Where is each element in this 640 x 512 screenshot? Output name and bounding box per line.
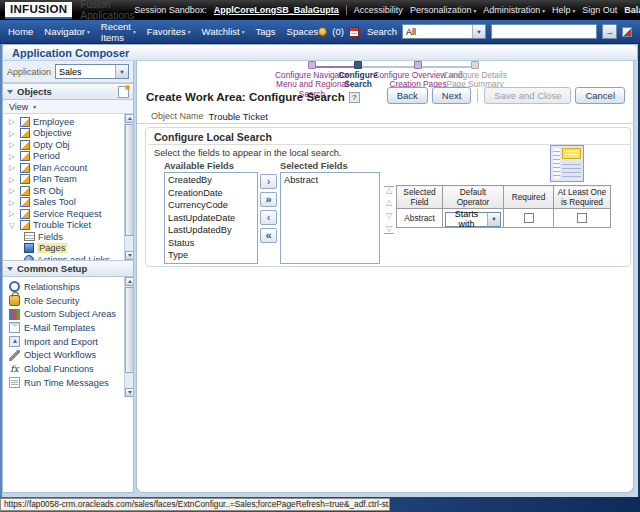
list-item[interactable]: Abstract [281, 174, 379, 187]
expand-icon[interactable]: ▷ [9, 163, 17, 172]
search-go-button[interactable]: → [602, 24, 617, 39]
common-setup-run-time-messages[interactable]: Run Time Messages [3, 376, 133, 390]
tree-item-sales-tool[interactable]: ▷Sales Tool [3, 197, 133, 209]
common-setup-custom-subject-areas[interactable]: Custom Subject Areas [3, 307, 133, 321]
search-input[interactable] [491, 24, 597, 39]
help-menu[interactable]: Help▾ [552, 5, 575, 15]
common-setup-scrollbar[interactable] [124, 277, 133, 397]
list-item[interactable]: CurrencyCode [165, 199, 257, 212]
nav-watchlist[interactable]: Watchlist▾ [202, 26, 245, 37]
common-setup-global-functions[interactable]: fxGlobal Functions [3, 362, 133, 376]
collapse-icon[interactable]: ▽ [9, 221, 17, 230]
tree-item-period[interactable]: ▷Period [3, 151, 133, 163]
scrollbar-thumb[interactable] [125, 124, 133, 236]
search-scope-select[interactable]: All ▼ [402, 24, 486, 39]
move-to-top-button[interactable]: △ [384, 186, 394, 195]
session-sandbox-label: Session Sandbox: [134, 5, 207, 15]
required-checkbox[interactable] [524, 213, 534, 223]
scrollbar-thumb[interactable] [125, 287, 133, 373]
common-setup-panel-header[interactable]: Common Setup [3, 260, 133, 277]
help-icon[interactable]: ? [349, 92, 360, 103]
column-header: Default Operator [443, 186, 504, 209]
expand-icon[interactable]: ▷ [9, 117, 17, 126]
tree-item-employee[interactable]: ▷Employee [3, 116, 133, 128]
tree-item-plan-account[interactable]: ▷Plan Account [3, 162, 133, 174]
selected-fields-listbox[interactable]: Abstract [280, 172, 380, 264]
remove-all-button[interactable]: « [260, 228, 277, 243]
list-item[interactable]: LastUpdatedBy [165, 224, 257, 237]
nav-spaces[interactable]: Spaces [287, 26, 319, 37]
expand-icon[interactable]: ▷ [9, 140, 17, 149]
tree-item-service-request[interactable]: ▷Service Request [3, 208, 133, 220]
list-item[interactable]: CreatedBy [165, 174, 257, 187]
list-item[interactable]: LastUpdateDate [165, 212, 257, 225]
view-menu[interactable]: View ▾ [3, 100, 133, 114]
expand-icon[interactable]: ▷ [9, 186, 17, 195]
list-item[interactable]: CreationDate [165, 187, 257, 200]
nav-favorites[interactable]: Favorites▾ [147, 26, 191, 37]
expand-icon[interactable]: ▷ [9, 198, 17, 207]
tree-item-sr-obj[interactable]: ▷SR Obj [3, 185, 133, 197]
chevron-down-icon: ▾ [188, 29, 191, 35]
search-label: Search [367, 26, 397, 37]
move-selected-button[interactable]: › [260, 174, 277, 189]
common-setup-object-workflows[interactable]: Object Workflows [3, 348, 133, 362]
application-select[interactable]: Sales ▼ [55, 64, 129, 79]
tree-item-actions-and-links[interactable]: Actions and Links [3, 254, 133, 260]
back-button[interactable]: Back [387, 87, 428, 104]
move-to-bottom-button[interactable]: ▽ [384, 225, 394, 234]
thumbnail-grid [562, 161, 581, 179]
next-button[interactable]: Next [432, 87, 472, 104]
move-down-button[interactable]: ▽ [384, 212, 394, 220]
common-setup-relationships[interactable]: Relationships [3, 280, 133, 294]
tree-scrollbar[interactable] [124, 114, 133, 260]
nav-tags[interactable]: Tags [256, 26, 276, 37]
tree-item-pages[interactable]: Pages [3, 243, 133, 255]
notifications-bell-icon[interactable] [318, 27, 327, 36]
scroll-down-button[interactable] [125, 388, 133, 397]
calendar-icon[interactable] [349, 27, 359, 37]
accessibility-link[interactable]: Accessibility [354, 5, 403, 15]
list-item[interactable]: Type [165, 249, 257, 262]
save-and-close-button: Save and Close [484, 87, 571, 104]
common-setup-import-export[interactable]: Import and Export [3, 335, 133, 349]
envelope-icon [9, 322, 20, 333]
session-sandbox-link[interactable]: ApplCoreLongSB_BalaGupta [214, 5, 339, 15]
cancel-button[interactable]: Cancel [575, 87, 625, 104]
scroll-down-button[interactable] [125, 251, 133, 260]
nav-navigator[interactable]: Navigator▾ [44, 26, 89, 37]
tree-item-fields[interactable]: Fields [3, 231, 133, 243]
collapse-icon[interactable] [7, 90, 13, 94]
scroll-up-button[interactable] [125, 277, 133, 286]
new-object-icon[interactable] [118, 86, 129, 98]
tree-item-plan-team[interactable]: ▷Plan Team [3, 174, 133, 186]
common-setup-email-templates[interactable]: E-Mail Templates [3, 321, 133, 335]
tree-item-opty-obj[interactable]: ▷Opty Obj [3, 139, 133, 151]
expand-icon[interactable]: ▷ [9, 209, 17, 218]
objects-panel-header[interactable]: Objects [3, 83, 133, 100]
nav-home[interactable]: Home [8, 26, 33, 37]
move-all-button[interactable]: » [260, 192, 277, 207]
advanced-search-icon[interactable] [622, 27, 632, 37]
common-setup-role-security[interactable]: Role Security [3, 294, 133, 308]
nav-recent-items[interactable]: Recent Items▾ [101, 21, 136, 43]
available-fields-listbox[interactable]: CreatedBy CreationDate CurrencyCode Last… [164, 172, 258, 264]
list-item[interactable]: Status [165, 237, 257, 250]
object-icon [20, 151, 30, 161]
object-icon [20, 220, 30, 230]
tree-item-trouble-ticket[interactable]: ▽Trouble Ticket [3, 220, 133, 232]
main-navbar: Home Navigator▾ Recent Items▾ Favorites▾… [0, 20, 640, 44]
collapse-icon[interactable] [7, 267, 13, 271]
at-least-one-required-checkbox[interactable] [577, 213, 587, 223]
personalization-menu[interactable]: Personalization▾ [410, 5, 476, 15]
remove-selected-button[interactable]: ‹ [260, 210, 277, 225]
scroll-up-button[interactable] [125, 114, 133, 123]
administration-menu[interactable]: Administration▾ [483, 5, 545, 15]
expand-icon[interactable]: ▷ [9, 175, 17, 184]
default-operator-select[interactable]: Starts with ▼ [445, 212, 501, 227]
expand-icon[interactable]: ▷ [9, 152, 17, 161]
sign-out-link[interactable]: Sign Out [582, 5, 617, 15]
tree-item-objective[interactable]: ▷Objective [3, 128, 133, 140]
move-up-button[interactable]: △ [384, 199, 394, 207]
expand-icon[interactable]: ▷ [9, 129, 17, 138]
